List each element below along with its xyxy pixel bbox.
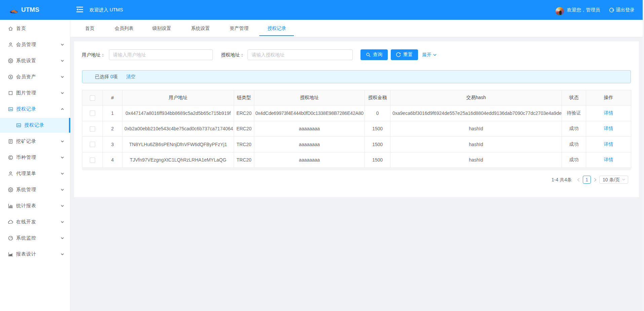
svg-text:$: $ (10, 75, 11, 79)
